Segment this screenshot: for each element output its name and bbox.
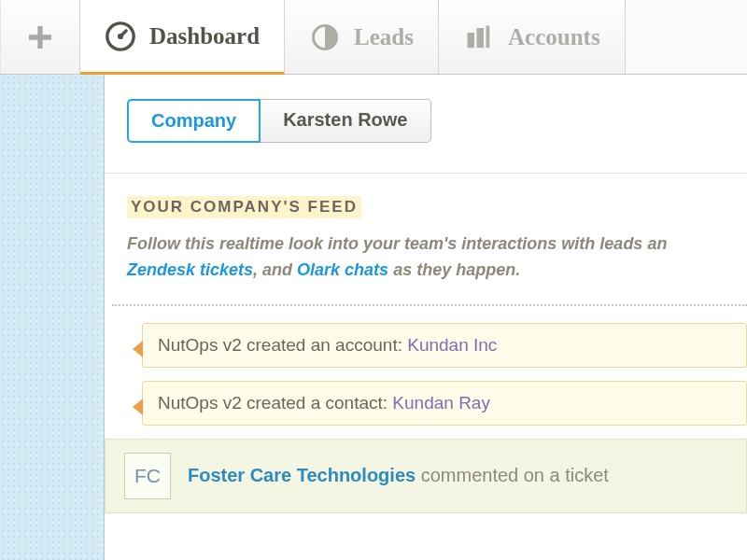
tab-leads[interactable]: Leads — [285, 0, 439, 74]
gauge-icon — [105, 21, 136, 52]
add-button[interactable] — [0, 0, 80, 74]
svg-rect-6 — [486, 25, 490, 48]
divider — [105, 173, 747, 174]
tab-label: Accounts — [508, 24, 600, 50]
feed-actor: NutOps v2 — [158, 335, 242, 355]
feed-desc-text: , and — [253, 260, 297, 279]
svg-rect-4 — [468, 33, 475, 48]
feed-entity-link[interactable]: Kundan Inc — [407, 335, 497, 355]
left-gutter — [0, 75, 105, 560]
sub-tabs: Company Karsten Rowe — [127, 99, 747, 143]
tab-label: Dashboard — [149, 23, 260, 49]
feed-verb: created an account: — [242, 335, 407, 355]
feed-desc-text: Follow this realtime look into your team… — [127, 234, 667, 253]
plus-icon — [25, 22, 55, 52]
feed-verb: created a contact: — [242, 393, 393, 413]
olark-link[interactable]: Olark chats — [297, 260, 388, 279]
feed-entity-link[interactable]: Kundan Ray — [392, 393, 490, 413]
feed-description: Follow this realtime look into your team… — [127, 231, 747, 284]
top-nav: Dashboard Leads Accounts — [0, 0, 747, 75]
subtab-company[interactable]: Company — [127, 99, 261, 143]
tab-dashboard[interactable]: Dashboard — [80, 0, 285, 75]
feed-items: NutOps v2 created an account: Kundan Inc… — [105, 306, 747, 513]
comment-company-link[interactable]: Foster Care Technologies — [188, 465, 416, 485]
contrast-circle-icon — [309, 21, 341, 53]
comment-text: Foster Care Technologies commented on a … — [188, 465, 609, 486]
feed-heading: YOUR COMPANY'S FEED — [127, 196, 361, 218]
feed-item[interactable]: NutOps v2 created an account: Kundan Inc — [142, 323, 747, 368]
comment-row[interactable]: FC Foster Care Technologies commented on… — [105, 439, 747, 513]
feed-item[interactable]: NutOps v2 created a contact: Kundan Ray — [142, 381, 747, 426]
main-content: Company Karsten Rowe YOUR COMPANY'S FEED… — [105, 75, 747, 560]
zendesk-link[interactable]: Zendesk tickets — [127, 260, 253, 279]
avatar: FC — [124, 453, 171, 499]
bars-icon — [463, 21, 495, 53]
feed-actor: NutOps v2 — [158, 393, 242, 413]
comment-action: commented on a ticket — [416, 465, 609, 485]
tab-accounts[interactable]: Accounts — [439, 0, 626, 74]
page-body: Company Karsten Rowe YOUR COMPANY'S FEED… — [0, 75, 747, 560]
subtab-person[interactable]: Karsten Rowe — [261, 99, 430, 143]
svg-line-2 — [120, 29, 127, 35]
feed-desc-text: as they happen. — [388, 260, 520, 279]
svg-rect-5 — [477, 28, 485, 48]
tab-label: Leads — [354, 24, 414, 50]
